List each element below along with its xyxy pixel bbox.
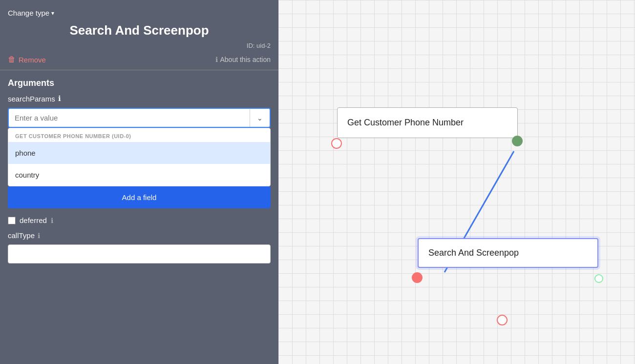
change-type-label[interactable]: Change type bbox=[8, 9, 49, 17]
action-bar: 🗑 Remove ℹ About this action bbox=[0, 53, 278, 70]
node-get-customer-label: Get Customer Phone Number bbox=[347, 118, 464, 127]
dropdown-group-label: GET CUSTOMER PHONE NUMBER (UID-0) bbox=[8, 128, 270, 142]
left-panel: Change type ▾ Search And Screenpop ID: u… bbox=[0, 0, 278, 364]
info-icon: ℹ bbox=[215, 56, 218, 63]
panel-id: ID: uid-2 bbox=[0, 42, 278, 53]
search-params-info-icon: ℹ bbox=[58, 94, 61, 103]
deferred-row: deferred ℹ bbox=[0, 208, 278, 224]
deferred-checkbox[interactable] bbox=[8, 217, 16, 224]
dropdown-item-phone[interactable]: phone bbox=[8, 142, 270, 164]
trash-icon: 🗑 bbox=[8, 55, 16, 64]
get-customer-left-dot[interactable] bbox=[331, 138, 342, 149]
dropdown-item-country[interactable]: country bbox=[8, 164, 270, 186]
deferred-label: deferred bbox=[20, 216, 47, 224]
call-type-label: callType bbox=[8, 231, 35, 240]
search-params-label: searchParams bbox=[8, 95, 55, 103]
call-type-info-icon: ℹ bbox=[38, 232, 40, 240]
search-screenpop-left-dot[interactable] bbox=[412, 272, 423, 283]
deferred-info-icon: ℹ bbox=[51, 217, 53, 224]
change-type-arrow-icon: ▾ bbox=[51, 10, 54, 17]
add-field-button[interactable]: Add a field bbox=[8, 186, 271, 208]
about-action-link[interactable]: ℹ About this action bbox=[215, 56, 271, 63]
search-params-dropdown: GET CUSTOMER PHONE NUMBER (UID-0) phone … bbox=[8, 128, 271, 186]
arguments-section: Arguments searchParams ℹ ⌄ GET CUSTOMER … bbox=[0, 70, 278, 208]
node-get-customer[interactable]: Get Customer Phone Number bbox=[337, 107, 518, 138]
call-type-label-row: callType ℹ bbox=[8, 231, 271, 240]
search-params-label-row: searchParams ℹ bbox=[8, 94, 271, 103]
call-type-input[interactable] bbox=[8, 244, 271, 263]
remove-label: Remove bbox=[19, 56, 46, 64]
call-type-section: callType ℹ bbox=[0, 224, 278, 263]
search-params-input[interactable] bbox=[9, 109, 250, 127]
change-type-bar[interactable]: Change type ▾ bbox=[0, 0, 278, 23]
get-customer-right-dot[interactable] bbox=[512, 136, 523, 146]
search-params-dropdown-toggle[interactable]: ⌄ bbox=[250, 109, 270, 127]
search-screenpop-right-dot[interactable] bbox=[594, 274, 603, 283]
add-field-label: Add a field bbox=[122, 193, 157, 202]
about-action-label: About this action bbox=[220, 56, 271, 63]
search-screenpop-bottom-dot[interactable] bbox=[497, 315, 508, 325]
remove-button[interactable]: 🗑 Remove bbox=[8, 55, 46, 64]
node-search-screenpop[interactable]: Search And Screenpop bbox=[418, 238, 598, 268]
search-params-input-row: ⌄ bbox=[8, 108, 271, 128]
canvas-grid bbox=[278, 0, 635, 364]
node-search-screenpop-label: Search And Screenpop bbox=[428, 248, 519, 258]
arguments-title: Arguments bbox=[8, 78, 271, 88]
panel-title: Search And Screenpop bbox=[0, 23, 278, 42]
right-panel: Get Customer Phone Number Search And Scr… bbox=[278, 0, 635, 364]
